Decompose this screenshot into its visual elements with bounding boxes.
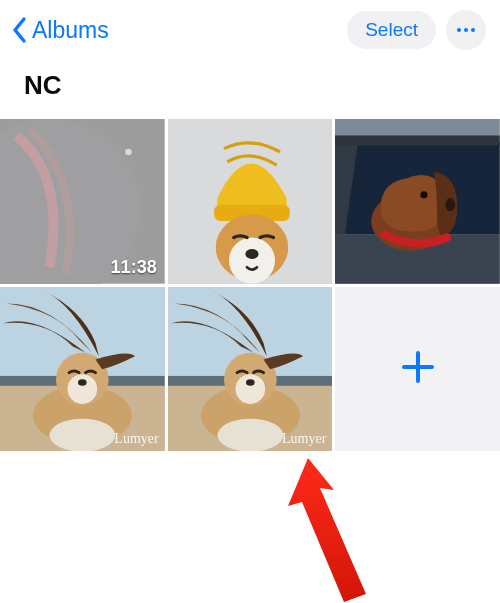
svg-point-30 <box>235 374 265 404</box>
grid-item[interactable] <box>168 119 333 284</box>
svg-point-15 <box>421 191 428 198</box>
grid-item[interactable]: Lumyer <box>168 287 333 452</box>
svg-point-6 <box>229 238 275 284</box>
svg-point-22 <box>68 374 98 404</box>
video-duration: 11:38 <box>111 257 157 278</box>
svg-point-14 <box>446 198 456 211</box>
select-button[interactable]: Select <box>347 11 436 49</box>
add-photo-button[interactable] <box>335 287 500 452</box>
svg-marker-32 <box>288 458 366 602</box>
chevron-left-icon <box>10 16 28 44</box>
thumbnail-image <box>335 119 500 284</box>
svg-rect-12 <box>335 135 500 145</box>
more-button[interactable] <box>446 10 486 50</box>
watermark: Lumyer <box>282 431 326 447</box>
svg-point-31 <box>246 379 255 386</box>
grid-item[interactable]: 11:38 <box>0 119 165 284</box>
watermark: Lumyer <box>114 431 158 447</box>
grid-item[interactable] <box>335 119 500 284</box>
thumbnail-image <box>168 287 333 452</box>
back-label: Albums <box>32 17 109 44</box>
grid-item[interactable]: Lumyer <box>0 287 165 452</box>
svg-point-23 <box>78 379 87 386</box>
thumbnail-image <box>0 287 165 452</box>
svg-point-20 <box>49 418 115 451</box>
svg-point-28 <box>217 418 283 451</box>
album-title: NC <box>0 56 500 119</box>
plus-icon <box>398 347 438 391</box>
ellipsis-icon <box>457 28 475 32</box>
svg-point-2 <box>125 149 132 156</box>
svg-point-7 <box>245 249 258 259</box>
annotation-arrow-icon <box>248 452 378 603</box>
thumbnail-image <box>168 119 333 284</box>
photo-grid: 11:38 <box>0 119 500 451</box>
back-button[interactable]: Albums <box>10 16 109 44</box>
